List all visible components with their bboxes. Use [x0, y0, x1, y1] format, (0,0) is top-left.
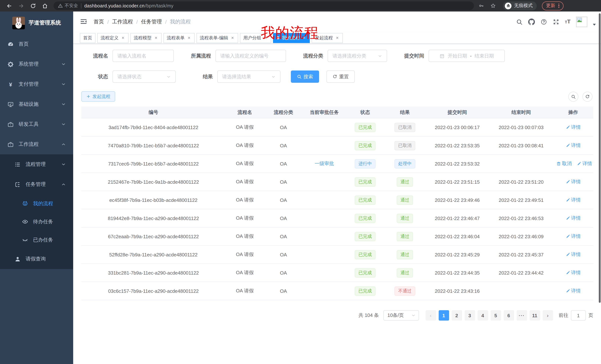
logo-row[interactable]: 芋道管理系统 — [0, 11, 73, 31]
scrollbar-thumb[interactable] — [599, 13, 601, 303]
detail-link[interactable]: 详情 — [566, 124, 581, 131]
bookmark-star-icon[interactable] — [488, 1, 498, 10]
close-icon[interactable]: × — [121, 35, 125, 40]
sidebar-item-done-tasks[interactable]: 已办任务 — [0, 231, 73, 249]
cancel-link[interactable]: 取消 — [556, 160, 572, 167]
close-icon[interactable]: × — [230, 35, 235, 40]
close-icon[interactable]: × — [263, 35, 268, 40]
sidebar-item-my-process[interactable]: 我的流程 — [0, 194, 73, 213]
tab-home[interactable]: 首页 — [80, 33, 95, 43]
forward-icon[interactable] — [16, 1, 26, 10]
detail-link[interactable]: 详情 — [566, 215, 581, 221]
breadcrumb-item[interactable]: 首页 — [94, 19, 104, 25]
filter-category-select[interactable]: 请选择流程分类 — [328, 50, 387, 62]
cell-end-time: 2022-01-22 23:46:09 — [489, 227, 553, 245]
filter-def-input[interactable] — [215, 50, 286, 62]
close-icon[interactable]: × — [335, 35, 340, 40]
page-button-1[interactable]: 1 — [439, 310, 449, 321]
edit-icon — [566, 216, 570, 220]
sidebar-item-todo-tasks[interactable]: 待办任务 — [0, 213, 73, 231]
sidebar-item-leave-query[interactable]: 请假查询 — [0, 249, 73, 269]
security-text: 不安全 — [65, 3, 78, 9]
sidebar-item-system[interactable]: 系统管理 — [0, 54, 73, 74]
detail-link[interactable]: 详情 — [566, 287, 581, 294]
sidebar-item-devtools[interactable]: 研发工具 — [0, 114, 73, 134]
page-button-2[interactable]: 2 — [451, 310, 462, 321]
refresh-table-button[interactable] — [582, 91, 592, 102]
next-page-button[interactable]: › — [542, 310, 553, 321]
github-icon[interactable] — [528, 19, 535, 25]
security-warning[interactable]: 不安全 — [58, 3, 78, 9]
edit-icon — [566, 234, 570, 239]
browser-menu-icon[interactable] — [558, 3, 559, 8]
chevron-down-icon — [61, 82, 66, 86]
key-icon[interactable] — [476, 1, 486, 10]
update-button[interactable]: 更新 — [542, 1, 563, 10]
hide-search-button[interactable] — [568, 91, 578, 102]
font-size-icon[interactable]: TT — [565, 18, 571, 26]
tab-user-group[interactable]: 用户分组× — [240, 33, 271, 43]
detail-link[interactable]: 详情 — [566, 142, 581, 149]
sidebar-item-infra[interactable]: 基础设施 — [0, 94, 73, 114]
search-icon[interactable] — [516, 19, 522, 25]
page-button-4[interactable]: 4 — [478, 310, 488, 321]
filter-status-select[interactable]: 请选择状态 — [112, 70, 176, 83]
tab-start-process[interactable]: 发起流程× — [312, 33, 343, 43]
search-button[interactable]: 搜索 — [291, 70, 319, 83]
tab-process-form[interactable]: 流程表单× — [163, 33, 195, 43]
column-header: 流程名 — [225, 106, 264, 118]
close-icon[interactable]: × — [187, 35, 191, 40]
sidebar-item-home[interactable]: 首页 — [0, 34, 73, 54]
tab-label: 发起流程 — [315, 35, 333, 41]
detail-link[interactable]: 详情 — [566, 197, 581, 203]
tab-label: 首页 — [83, 35, 92, 41]
filter-time-range[interactable]: 开始日期 - 结束日期 — [429, 50, 505, 62]
tab-label: 流程模型 — [134, 35, 151, 41]
close-icon[interactable]: × — [154, 35, 158, 40]
tab-process-form-edit[interactable]: 流程表单-编辑× — [197, 33, 238, 43]
sidebar-item-payment[interactable]: ¥支付管理 — [0, 74, 73, 94]
page-button-6[interactable]: 6 — [503, 310, 514, 321]
back-icon[interactable] — [4, 1, 14, 10]
create-process-button[interactable]: 发起流程 — [81, 91, 115, 102]
detail-link[interactable]: 详情 — [566, 233, 581, 240]
reload-icon[interactable] — [28, 1, 38, 10]
prev-page-button[interactable]: ‹ — [425, 310, 436, 321]
detail-link[interactable]: 详情 — [577, 160, 592, 167]
reset-button[interactable]: 重置 — [327, 70, 355, 83]
detail-link[interactable]: 详情 — [566, 251, 581, 258]
sidebar-toggle-icon[interactable] — [80, 18, 88, 26]
goto-page-input[interactable] — [571, 310, 586, 321]
fullscreen-icon[interactable] — [552, 19, 559, 25]
tab-process-def[interactable]: 流程定义× — [97, 33, 129, 43]
address-bar[interactable]: 不安全 dashboard.yudao.iocoder.cn/bpm/task/… — [53, 1, 474, 10]
cell-task — [303, 245, 346, 264]
avatar[interactable] — [576, 17, 587, 27]
sidebar-item-process-mgmt[interactable]: 流程管理 — [0, 154, 73, 174]
help-icon[interactable] — [540, 19, 547, 25]
page-size-select[interactable]: 10条/页 — [383, 310, 419, 321]
page-button-11[interactable]: 11 — [530, 310, 540, 321]
cell-submit-time: 2022-01-22 23:53:35 — [425, 136, 489, 154]
detail-link[interactable]: 详情 — [566, 269, 581, 276]
filter-name-input[interactable] — [112, 50, 174, 62]
filter-def-label: 所属流程 — [184, 52, 211, 59]
avatar-caret-icon[interactable] — [593, 24, 596, 25]
tab-process-model[interactable]: 流程模型× — [130, 33, 161, 43]
page-button-5[interactable]: 5 — [491, 310, 501, 321]
cell-result: 通过 — [384, 264, 425, 282]
eye-icon — [22, 219, 28, 225]
sidebar-item-workflow[interactable]: 工作流程 — [0, 134, 73, 154]
goto-label: 前往 — [559, 312, 568, 319]
close-icon[interactable]: × — [302, 35, 306, 40]
tab-my-process[interactable]: 我的流程× — [273, 33, 310, 43]
sidebar-item-task-mgmt[interactable]: 任务管理 — [0, 174, 73, 194]
detail-link[interactable]: 详情 — [566, 179, 581, 185]
page-button-3[interactable]: 3 — [464, 310, 475, 321]
sidebar-item-label: 基础设施 — [19, 101, 39, 108]
home-icon[interactable] — [40, 1, 50, 10]
more-pages-button[interactable]: ··· — [517, 310, 527, 321]
filter-result-select[interactable]: 请选择流结果 — [217, 70, 280, 83]
edit-icon — [566, 198, 570, 202]
process-table: 编号流程名流程分类当前审批任务状态结果提交时间结束时间操作3ad174fb-7b… — [81, 106, 593, 300]
